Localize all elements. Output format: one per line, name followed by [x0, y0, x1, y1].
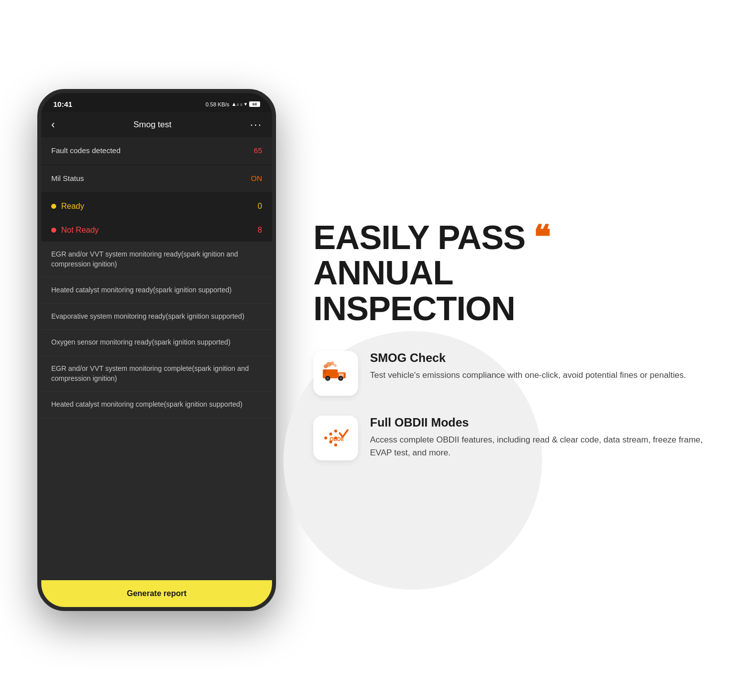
list-item: EGR and/or VVT system monitoring ready(s…: [41, 242, 272, 277]
quote-icon: ❝: [533, 222, 550, 254]
list-item: Heated catalyst monitoring complete(spar…: [41, 392, 272, 418]
mil-status-value: ON: [251, 174, 263, 182]
headline: EASILY PASS ❝ ANNUAL INSPECTION: [313, 220, 715, 326]
headline-line1: EASILY PASS ❝: [313, 220, 715, 255]
fault-codes-label: Fault codes detected: [51, 146, 120, 155]
ready-label: Ready: [61, 202, 84, 211]
headline-text-1: EASILY PASS: [313, 220, 525, 255]
list-item-text: Oxygen sensor monitoring ready(spark ign…: [51, 338, 230, 346]
headline-text-2: ANNUAL: [313, 254, 453, 291]
app-header: ‹ Smog test ···: [41, 112, 272, 137]
battery-icon: 68: [249, 101, 260, 107]
signal-icon: ▲ᵢₗ ᵢₗ: [231, 101, 242, 107]
list-item: Heated catalyst monitoring ready(spark i…: [41, 277, 272, 304]
not-ready-label-group: Not Ready: [51, 226, 99, 235]
right-content: EASILY PASS ❝ ANNUAL INSPECTION: [283, 220, 715, 480]
smog-feature-text: SMOG Check Test vehicle's emissions comp…: [370, 351, 715, 382]
svg-point-17: [334, 443, 337, 446]
svg-point-4: [327, 377, 329, 380]
svg-rect-11: [324, 369, 326, 373]
svg-point-6: [340, 377, 342, 380]
generate-report-button[interactable]: Generate report: [41, 580, 272, 607]
obdii-feature-text: Full OBDII Modes Access complete OBDII f…: [370, 416, 715, 459]
list-item: Evaporative system monitoring ready(spar…: [41, 304, 272, 330]
fault-codes-value: 65: [254, 146, 262, 155]
smog-feature-title: SMOG Check: [370, 351, 715, 365]
feature-card-smog: SMOG Check Test vehicle's emissions comp…: [313, 351, 715, 396]
screen-title: Smog test: [133, 120, 172, 130]
svg-point-12: [324, 437, 327, 439]
feature-card-obdii: OBDII Full OBDII Modes Access complete O…: [313, 416, 715, 460]
phone-content: Fault codes detected 65 Mil Status ON Re…: [41, 137, 272, 607]
obdii-feature-title: Full OBDII Modes: [370, 416, 715, 430]
features-area: SMOG Check Test vehicle's emissions comp…: [313, 351, 715, 480]
status-time: 10:41: [53, 100, 72, 108]
obdii-icon: OBDII: [321, 423, 351, 453]
mil-status-label: Mil Status: [51, 174, 84, 182]
headline-line2: ANNUAL: [313, 255, 715, 290]
items-list: EGR and/or VVT system monitoring ready(s…: [41, 242, 272, 580]
obdii-icon-box: OBDII: [313, 416, 358, 460]
page-container: 10:41 0.58 KB/s ▲ᵢₗ ᵢₗ ▾ 68 ‹ Smog test …: [0, 0, 745, 700]
wifi-icon: ▾: [244, 101, 247, 107]
svg-point-9: [330, 361, 334, 365]
not-ready-dot: [51, 228, 56, 233]
list-item-text: EGR and/or VVT system monitoring ready(s…: [51, 250, 238, 268]
ready-label-group: Ready: [51, 202, 84, 211]
list-item-text: Heated catalyst monitoring complete(spar…: [51, 400, 242, 408]
ready-dot: [51, 204, 56, 209]
not-ready-label: Not Ready: [61, 226, 99, 235]
headline-line3: INSPECTION: [313, 291, 715, 326]
phone-wrapper: 10:41 0.58 KB/s ▲ᵢₗ ᵢₗ ▾ 68 ‹ Smog test …: [30, 89, 283, 611]
list-item: Oxygen sensor monitoring ready(spark ign…: [41, 330, 272, 356]
svg-text:OBDII: OBDII: [330, 437, 344, 442]
svg-point-13: [329, 433, 332, 436]
smog-check-icon: [321, 358, 351, 388]
mil-status-row: Mil Status ON: [41, 165, 272, 192]
not-ready-row: Not Ready 8: [41, 219, 272, 242]
back-button[interactable]: ‹: [51, 118, 55, 131]
network-icon: 0.58 KB/s: [205, 101, 229, 107]
fault-codes-row: Fault codes detected 65: [41, 137, 272, 164]
not-ready-count: 8: [258, 226, 262, 235]
list-item: EGR and/or VVT system monitoring complet…: [41, 356, 272, 392]
status-bar: 10:41 0.58 KB/s ▲ᵢₗ ᵢₗ ▾ 68: [41, 93, 272, 112]
status-icons: 0.58 KB/s ▲ᵢₗ ᵢₗ ▾ 68: [205, 101, 260, 107]
status-section: Ready 0 Not Ready 8: [41, 195, 272, 242]
smog-feature-desc: Test vehicle's emissions compliance with…: [370, 369, 715, 382]
ready-row: Ready 0: [41, 195, 272, 218]
smog-icon-box: [313, 351, 358, 396]
obdii-feature-desc: Access complete OBDII features, includin…: [370, 434, 715, 459]
list-item-text: Heated catalyst monitoring ready(spark i…: [51, 286, 232, 294]
more-button[interactable]: ···: [250, 118, 262, 131]
list-item-text: Evaporative system monitoring ready(spar…: [51, 312, 244, 320]
phone-mockup: 10:41 0.58 KB/s ▲ᵢₗ ᵢₗ ▾ 68 ‹ Smog test …: [37, 89, 276, 611]
svg-point-15: [334, 430, 337, 433]
ready-count: 0: [258, 202, 262, 211]
svg-point-10: [334, 364, 337, 367]
headline-text-3: INSPECTION: [313, 289, 515, 327]
list-item-text: EGR and/or VVT system monitoring complet…: [51, 364, 249, 382]
